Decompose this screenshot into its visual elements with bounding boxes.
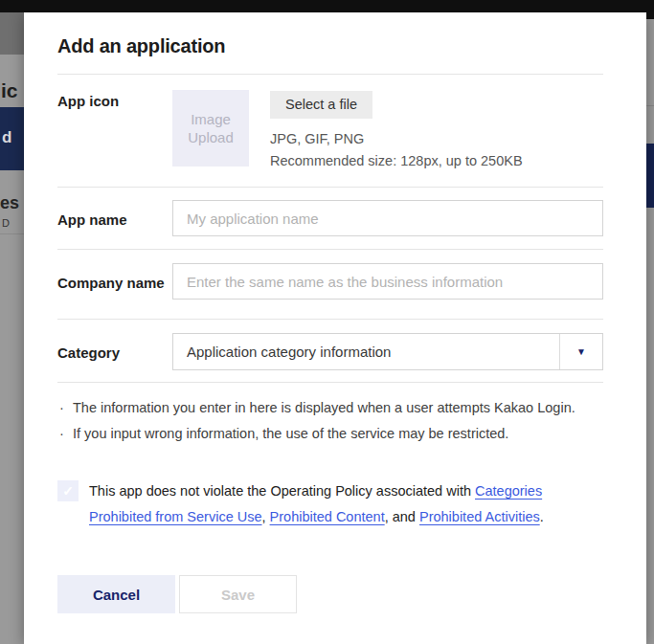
category-dropdown-toggle[interactable]: ▼ — [559, 334, 602, 369]
category-row: Category Application category informatio… — [57, 320, 603, 382]
select-file-button[interactable]: Select a file — [270, 91, 372, 119]
policy-agreement-text: This app does not violate the Operating … — [89, 478, 601, 530]
background-banner-fragment — [646, 144, 654, 208]
cancel-button[interactable]: Cancel — [57, 575, 175, 613]
app-name-row: App name — [57, 188, 603, 249]
background-header-fragment — [0, 12, 24, 55]
recommended-size-text: Recommended size: 128px, up to 250KB — [270, 153, 523, 168]
image-upload-dropzone[interactable]: Image Upload — [172, 90, 249, 167]
background-banner-fragment: d — [0, 107, 24, 170]
note-text: If you input wrong information, the use … — [73, 424, 508, 444]
allowed-formats-text: JPG, GIF, PNG — [270, 131, 523, 146]
background-text-fragment: D — [2, 217, 10, 229]
policy-link[interactable]: Prohibited Activities — [419, 509, 540, 524]
policy-checkbox[interactable]: ✓ — [57, 480, 79, 501]
note-item: · If you input wrong information, the us… — [57, 424, 603, 444]
background-divider — [0, 233, 24, 234]
category-label: Category — [57, 333, 172, 362]
background-top-bar — [0, 0, 654, 12]
notes-section: · The information you enter in here is d… — [57, 383, 603, 444]
background-text-fragment: ic — [1, 79, 18, 102]
background-text-fragment: es — [0, 193, 19, 213]
bullet-icon: · — [57, 424, 73, 444]
policy-text-segment: , — [262, 509, 270, 524]
app-name-label: App name — [57, 200, 172, 229]
chevron-down-icon: ▼ — [576, 346, 586, 357]
app-icon-label: App icon — [57, 90, 172, 168]
policy-agreement-row: ✓ This app does not violate the Operatin… — [57, 478, 603, 530]
policy-text-segment: , and — [385, 509, 419, 524]
modal-title: Add an application — [57, 35, 603, 57]
app-name-input[interactable] — [172, 200, 603, 236]
add-application-modal: Add an application App icon Image Upload… — [24, 12, 646, 644]
policy-text-segment: . — [540, 509, 544, 524]
company-name-label: Company name — [57, 263, 172, 292]
app-icon-row: App icon Image Upload Select a file JPG,… — [57, 75, 603, 187]
company-name-input[interactable] — [172, 263, 603, 300]
save-button[interactable]: Save — [179, 575, 297, 613]
note-item: · The information you enter in here is d… — [57, 398, 603, 418]
policy-link[interactable]: Prohibited Content — [270, 509, 385, 524]
background-page-right — [646, 0, 654, 644]
background-divider — [646, 105, 654, 106]
note-text: The information you enter in here is dis… — [73, 398, 575, 418]
checkmark-icon: ✓ — [62, 483, 74, 499]
category-selected-value: Application category information — [173, 334, 559, 369]
image-upload-placeholder: Image Upload — [182, 110, 239, 146]
category-select[interactable]: Application category information ▼ — [172, 333, 603, 370]
background-page-left: ic d es D — [0, 12, 24, 644]
policy-text-segment: This app does not violate the Operating … — [89, 483, 475, 499]
modal-actions: Cancel Save — [57, 575, 603, 613]
bullet-icon: · — [57, 398, 73, 418]
company-name-row: Company name — [57, 250, 603, 319]
